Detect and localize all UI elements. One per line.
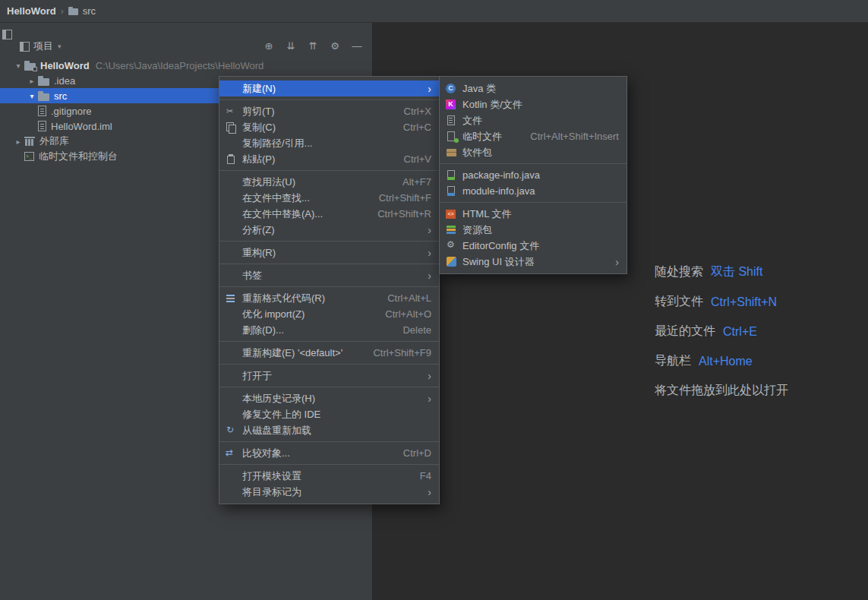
hide-icon[interactable]: — <box>348 39 366 54</box>
chevron-down-icon[interactable]: ▾ <box>12 62 24 70</box>
submenu-arrow-icon: › <box>428 84 431 94</box>
project-path: C:\Users\Java\IdeaProjects\HelloWord <box>96 60 264 71</box>
scratches-console-icon <box>24 152 34 161</box>
menu-separator <box>219 264 439 264</box>
hint-label: 导航栏 <box>655 353 691 369</box>
package-icon <box>444 147 459 159</box>
menu-item-analyze[interactable]: 分析(Z) › <box>219 222 439 238</box>
reformat-code-icon <box>224 292 239 305</box>
menu-separator <box>219 170 439 171</box>
hint-label: 最近的文件 <box>655 324 715 339</box>
hint-search-everywhere: 随处搜索 双击 Shift <box>655 257 788 287</box>
menu-separator <box>219 464 439 465</box>
tree-item-helloword[interactable]: ▾ HelloWord C:\Users\Java\IdeaProjects\H… <box>0 58 372 73</box>
scratch-file-icon <box>444 131 459 143</box>
locate-icon[interactable]: ⊕ <box>260 39 278 54</box>
breadcrumb-item-src[interactable]: src <box>83 5 96 17</box>
breadcrumb-bar: HelloWord › src <box>0 0 868 23</box>
gitignore-file-icon <box>38 106 46 116</box>
menu-item-reload-from-disk[interactable]: 从磁盘重新加载 <box>219 422 439 438</box>
collapse-all-icon[interactable]: ⇈ <box>304 39 322 54</box>
submenu-arrow-icon: › <box>428 248 431 258</box>
submenu-item-resource-bundle[interactable]: 资源包 <box>440 222 627 238</box>
project-panel-header: 项目 ▾ ⊕ ⇊ ⇈ ⚙ — <box>0 35 372 58</box>
hint-label: 随处搜索 <box>655 264 703 280</box>
hint-recent-files: 最近的文件 Ctrl+E <box>655 317 788 346</box>
compare-icon <box>224 447 239 459</box>
java-class-icon <box>444 83 459 95</box>
submenu-arrow-icon: › <box>428 225 431 235</box>
menu-item-mark-directory-as[interactable]: 将目录标记为 › <box>219 484 439 500</box>
external-libraries-icon <box>24 137 35 147</box>
submenu-item-html-file[interactable]: HTML 文件 <box>440 206 627 222</box>
submenu-item-kotlin-class[interactable]: Kotlin 类/文件 <box>440 96 627 112</box>
menu-item-copy-path[interactable]: 复制路径/引用... <box>219 135 439 151</box>
submenu-arrow-icon: › <box>428 487 431 497</box>
submenu-arrow-icon: › <box>428 371 431 381</box>
submenu-item-package[interactable]: 软件包 <box>440 144 627 160</box>
hint-goto-file: 转到文件 Ctrl+Shift+N <box>655 287 788 317</box>
project-tool-stripe-icon[interactable] <box>2 30 12 39</box>
chevron-down-icon[interactable]: ▾ <box>26 92 38 100</box>
submenu-item-package-info[interactable]: package-info.java <box>440 167 627 183</box>
chevron-down-icon[interactable]: ▾ <box>58 43 62 50</box>
menu-separator <box>219 441 439 442</box>
menu-item-find-usages[interactable]: 查找用法(U) Alt+F7 <box>219 174 439 190</box>
menu-item-optimize-imports[interactable]: 优化 import(Z) Ctrl+Alt+O <box>219 306 439 322</box>
menu-item-paste[interactable]: 粘贴(P) Ctrl+V <box>219 151 439 167</box>
html-file-icon <box>444 208 459 220</box>
menu-item-open-module-settings[interactable]: 打开模块设置 F4 <box>219 468 439 484</box>
paste-icon <box>224 153 239 166</box>
menu-item-repair-ide[interactable]: 修复文件上的 IDE <box>219 406 439 422</box>
copy-icon <box>224 122 239 134</box>
new-submenu: Java 类 Kotlin 类/文件 文件 临时文件 Ctrl+Alt+Shif… <box>439 76 627 274</box>
folder-icon <box>68 7 78 15</box>
expand-all-icon[interactable]: ⇊ <box>282 39 300 54</box>
menu-item-refactor[interactable]: 重构(R) › <box>219 245 439 261</box>
submenu-item-module-info[interactable]: module-info.java <box>440 183 627 199</box>
file-icon <box>444 115 459 127</box>
menu-separator <box>440 163 627 164</box>
chevron-right-icon[interactable]: ▸ <box>12 137 24 146</box>
menu-item-replace-in-files[interactable]: 在文件中替换(A)... Ctrl+Shift+R <box>219 206 439 222</box>
menu-item-copy[interactable]: 复制(C) Ctrl+C <box>219 119 439 135</box>
menu-separator <box>440 202 627 203</box>
submenu-item-scratch-file[interactable]: 临时文件 Ctrl+Alt+Shift+Insert <box>440 128 627 144</box>
menu-item-reformat-code[interactable]: 重新格式化代码(R) Ctrl+Alt+L <box>219 290 439 306</box>
breadcrumb-project[interactable]: HelloWord <box>7 5 56 17</box>
hint-shortcut: Ctrl+E <box>723 325 757 339</box>
submenu-arrow-icon: › <box>615 257 619 267</box>
breadcrumb-separator: › <box>61 6 64 17</box>
menu-item-delete[interactable]: 删除(D)... Delete <box>219 322 439 338</box>
menu-separator <box>219 286 439 287</box>
hint-shortcut: Alt+Home <box>699 355 753 368</box>
menu-item-open-in[interactable]: 打开于 › <box>219 368 439 384</box>
submenu-item-java-class[interactable]: Java 类 <box>440 81 627 96</box>
submenu-item-editorconfig[interactable]: EditorConfig 文件 <box>440 238 627 254</box>
menu-item-compare-with[interactable]: 比较对象... Ctrl+D <box>219 445 439 461</box>
menu-separator <box>219 341 439 342</box>
menu-separator <box>219 364 439 365</box>
menu-item-find-in-files[interactable]: 在文件中查找... Ctrl+Shift+F <box>219 190 439 206</box>
project-panel-title[interactable]: 项目 <box>33 39 53 53</box>
chevron-right-icon[interactable]: ▸ <box>26 77 38 85</box>
menu-item-rebuild[interactable]: 重新构建(E) '<default>' Ctrl+Shift+F9 <box>219 345 439 361</box>
menu-separator <box>219 99 439 100</box>
hint-navigation-bar: 导航栏 Alt+Home <box>655 346 788 376</box>
settings-gear-icon[interactable]: ⚙ <box>326 39 344 54</box>
folder-icon <box>38 91 49 101</box>
menu-item-bookmarks[interactable]: 书签 › <box>219 267 439 283</box>
project-folder-icon <box>24 61 36 71</box>
hint-shortcut: 双击 Shift <box>711 264 762 280</box>
package-info-icon <box>444 169 459 182</box>
hint-shortcut: Ctrl+Shift+N <box>711 295 777 309</box>
iml-file-icon <box>38 121 46 131</box>
submenu-item-file[interactable]: 文件 <box>440 112 627 128</box>
menu-item-cut[interactable]: 剪切(T) Ctrl+X <box>219 103 439 119</box>
submenu-item-swing-ui-designer[interactable]: Swing UI 设计器 › <box>440 254 627 270</box>
folder-icon <box>38 76 49 86</box>
hint-label: 转到文件 <box>655 294 703 310</box>
menu-item-local-history[interactable]: 本地历史记录(H) › <box>219 390 439 406</box>
reload-from-disk-icon <box>224 425 239 437</box>
menu-item-new[interactable]: 新建(N) › <box>219 81 439 96</box>
